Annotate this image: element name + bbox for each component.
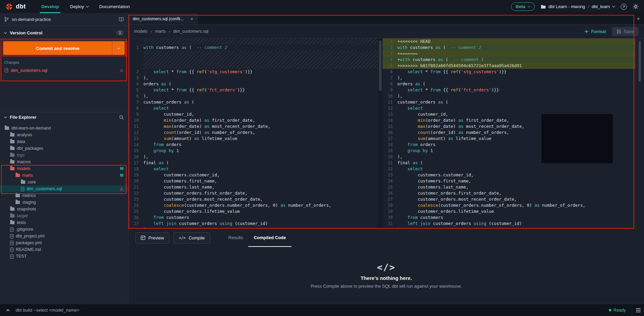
changed-file-item[interactable]: dim_customers.sql⚠	[0, 66, 128, 74]
code-line[interactable]: 3+=======	[383, 51, 635, 57]
code-line[interactable]: 8orders as (	[383, 81, 635, 87]
code-line[interactable]: 7customer_orders as (	[129, 99, 378, 105]
code-line[interactable]: 17final as (	[129, 160, 378, 166]
code-line[interactable]: 21 customers.last_name,	[129, 184, 378, 190]
search-icon[interactable]	[119, 115, 124, 120]
code-line[interactable]: 10),	[383, 93, 635, 99]
code-line[interactable]: 15 group by 1	[129, 148, 378, 154]
tree-item-test[interactable]: TEST	[0, 253, 128, 260]
code-line[interactable]: 26 customer_orders.first_order_date,	[383, 190, 635, 196]
code-line[interactable]: 6),	[129, 93, 378, 99]
code-line[interactable]: 31 left join customer_orders using (cust…	[383, 221, 635, 227]
preview-button[interactable]: Preview	[135, 232, 169, 243]
command-input[interactable]: dbt build --select <model_name>	[16, 308, 603, 313]
code-line[interactable]: 3),	[129, 75, 378, 81]
tree-item-analysis[interactable]: analysis	[0, 132, 128, 138]
code-line[interactable]: 14 from orders	[129, 142, 378, 148]
tree-item-marts[interactable]: martsM	[0, 172, 128, 179]
branch-selector[interactable]: on-demand-practice	[0, 13, 128, 26]
code-line[interactable]: 2with customers as ( -- comment 2	[383, 45, 635, 51]
code-line[interactable]: 7),	[383, 75, 635, 81]
code-line[interactable]: 27 customer_orders.most_recent_order_dat…	[383, 196, 635, 202]
tree-item-macros[interactable]: macros	[0, 159, 128, 165]
code-line[interactable]: 27 left join customer_orders using (cust…	[129, 221, 378, 227]
format-button[interactable]: Format	[584, 29, 606, 34]
new-tab-button[interactable]: +	[633, 13, 644, 24]
tree-item-models[interactable]: modelsM	[0, 165, 128, 172]
code-line[interactable]: 16),	[129, 154, 378, 160]
code-line[interactable]: 32)	[383, 227, 635, 229]
nav-deploy[interactable]: Deploy	[64, 0, 94, 13]
tree-item-dbt-project-yml[interactable]: dbt_project.yml	[0, 233, 128, 239]
code-line[interactable]: 18 select	[129, 166, 378, 172]
diff-pane-current[interactable]: 1with customers as ( -- comment 22 selec…	[129, 38, 378, 229]
code-line[interactable]: 29 customer_orders.lifetime_value	[383, 208, 635, 214]
code-line[interactable]: 6 select * from {{ ref('stg_customers')}…	[383, 69, 635, 75]
code-line[interactable]: 11 max(order_date) as most_recent_order_…	[129, 123, 378, 130]
scrollbar-thumb[interactable]	[639, 41, 641, 82]
tree-item-dim-customers-sql[interactable]: dim_customers.sql⚠	[0, 185, 128, 192]
beta-toggle[interactable]: Beta	[511, 2, 535, 11]
tree-item--gitignore[interactable]: .gitignore	[0, 226, 128, 233]
commit-and-resolve-button[interactable]: Commit and resolve	[3, 41, 125, 55]
code-line[interactable]: 12 count(order_id) as number_of_orders,	[129, 130, 378, 136]
code-line[interactable]: 1with customers as ( -- comment 2	[129, 45, 378, 51]
menu-icon[interactable]	[632, 304, 644, 316]
tree-item-packages-yml[interactable]: packages.yml	[0, 239, 128, 246]
tab-dim-customers[interactable]: dim_customers.sql (confli... ×	[129, 13, 198, 24]
code-line[interactable]: 1+<<<<<<< HEAD	[383, 38, 635, 45]
commit-options-caret[interactable]	[112, 41, 125, 55]
code-line[interactable]: 4+with customers as ( -- comment 1	[383, 57, 635, 63]
code-line[interactable]: 26 from customers	[129, 214, 378, 221]
code-line[interactable]: 2 select * from {{ ref('stg_customers')}…	[129, 69, 378, 75]
tree-item-dbt-packages[interactable]: dbt_packages	[0, 145, 128, 152]
editor-scrollbar[interactable]	[635, 38, 644, 229]
compile-button[interactable]: </> Compile	[173, 232, 210, 243]
project-switcher[interactable]: dbt Learn - mwong / dbt_learn	[541, 4, 615, 9]
code-line[interactable]: 23 customers.customer_id,	[383, 172, 635, 178]
code-line[interactable]: 28)	[129, 227, 378, 229]
code-line[interactable]: 10 min(order_date) as first_order_date,	[129, 117, 378, 123]
pane-scrollbar[interactable]	[378, 38, 383, 229]
code-line[interactable]: 25 customers.last_name,	[383, 184, 635, 190]
code-line[interactable]: 30 from customers	[383, 214, 635, 221]
code-line[interactable]: 24 customers.first_name,	[383, 178, 635, 184]
breadcrumb-file[interactable]: dim_customers.sql	[173, 29, 208, 34]
code-line[interactable]: 20 customers.first_name,	[129, 178, 378, 184]
code-line[interactable]: 22 customer_orders.first_order_date,	[129, 190, 378, 196]
tree-item-readme-md[interactable]: README.md	[0, 246, 128, 253]
book-icon[interactable]	[119, 17, 124, 22]
tree-item-metrics[interactable]: metrics	[0, 192, 128, 199]
close-icon[interactable]: ×	[190, 16, 193, 21]
code-line[interactable]: 9 select * from {{ ref('fct_orders')}}	[383, 87, 635, 93]
nav-documentation[interactable]: Documentation	[94, 0, 135, 13]
tab-results[interactable]: Results	[223, 229, 248, 247]
tree-item-core[interactable]: core	[0, 179, 128, 185]
code-line[interactable]: 22 select	[383, 166, 635, 172]
tab-compiled-code[interactable]: Compiled Code	[248, 229, 291, 247]
breadcrumb-models[interactable]: models	[134, 29, 147, 34]
tree-item-tests[interactable]: tests	[0, 219, 128, 226]
version-control-header[interactable]: Version Control 1	[0, 26, 128, 39]
code-line[interactable]: 4orders as (	[129, 81, 378, 87]
file-explorer-header[interactable]: File Explorer	[0, 112, 128, 122]
scrollbar-thumb[interactable]	[379, 40, 382, 91]
gear-icon[interactable]	[633, 4, 639, 9]
tree-item-staging[interactable]: staging	[0, 199, 128, 206]
diff-editor[interactable]: 1with customers as ( -- comment 22 selec…	[129, 38, 644, 229]
tree-item-target[interactable]: target	[0, 212, 128, 219]
code-line[interactable]: 9 customer_id,	[129, 111, 378, 117]
expand-console-button[interactable]	[3, 308, 12, 312]
code-line[interactable]: 11customer_orders as (	[383, 99, 635, 105]
code-line[interactable]: 25 customer_orders.lifetime_value	[129, 208, 378, 214]
code-line[interactable]: 8 select	[129, 105, 378, 111]
code-line[interactable]: 13 sum(amount) as lifetime_value	[129, 136, 378, 142]
tree-item-logs[interactable]: logs	[0, 152, 128, 159]
save-button[interactable]: Save	[612, 27, 639, 36]
code-line[interactable]: 12 select	[383, 105, 635, 111]
breadcrumb-marts[interactable]: marts	[155, 29, 166, 34]
tree-item-dbt-learn-on-demand[interactable]: dbt-learn-on-demand	[0, 125, 128, 132]
dbt-logo[interactable]: dbt	[5, 0, 26, 13]
help-icon[interactable]: ?	[621, 4, 627, 10]
nav-develop[interactable]: Develop	[36, 0, 64, 13]
